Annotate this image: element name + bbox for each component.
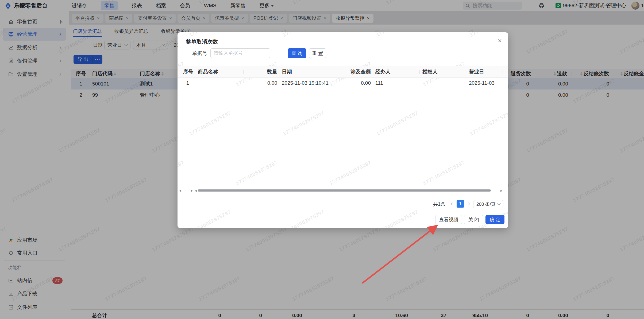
modal-search-button[interactable]: 查 询 bbox=[288, 48, 306, 58]
scroll-left-icon[interactable]: ◀ bbox=[179, 189, 181, 192]
pagination-next-icon[interactable]: › bbox=[468, 200, 470, 208]
mcol-date: 日期 bbox=[282, 66, 292, 77]
mcol-amount: 涉及金额 bbox=[344, 66, 371, 77]
modal-table-hscrollbar: ◀ ▶ ◀ ▶ bbox=[178, 188, 508, 193]
whole-order-cancel-modal: 1777400529752971777400529752971777400529… bbox=[178, 32, 508, 228]
modal-watermarks: 1777400529752971777400529752971777400529… bbox=[178, 32, 508, 228]
modal-confirm-button[interactable]: 确 定 bbox=[485, 215, 504, 224]
pagination-prev-icon[interactable]: ‹ bbox=[451, 200, 453, 208]
app-root: 乐檬零售后台 进销存 零售 报表 档案 会员 WMS 新零售 更多 bbox=[0, 0, 644, 319]
modal-table-header: 序号 商品名称 数量 日期 涉及金额 经办人 授权人 营业日 bbox=[178, 66, 508, 78]
pagination-page-1[interactable]: 1 bbox=[457, 200, 464, 208]
mcol-seq: 序号 bbox=[183, 66, 193, 77]
modal-title: 整单取消次数 bbox=[186, 38, 218, 45]
view-video-button[interactable]: 查看视频 bbox=[435, 215, 462, 224]
modal-reset-button[interactable]: 重 置 bbox=[309, 48, 326, 58]
chevron-down-icon bbox=[497, 202, 501, 205]
scroll-left-icon[interactable]: ◀ bbox=[195, 189, 197, 192]
doc-number-input[interactable] bbox=[210, 48, 270, 58]
modal-close-icon[interactable]: × bbox=[498, 37, 502, 44]
mcol-authorizer: 授权人 bbox=[422, 66, 438, 77]
modal-table-row[interactable]: 1 0.00 2025-11-03 19:10:41 0.00 111 2025… bbox=[178, 77, 508, 89]
mcol-product-name: 商品名称 bbox=[198, 66, 218, 77]
mcol-quantity: 数量 bbox=[250, 66, 277, 77]
pagination-total: 共1条 bbox=[433, 200, 445, 208]
modal-close-button[interactable]: 关 闭 bbox=[464, 215, 483, 224]
doc-number-label: 单据号 bbox=[192, 48, 207, 58]
scrollbar-thumb[interactable] bbox=[198, 189, 491, 192]
scroll-right-icon[interactable]: ▶ bbox=[500, 189, 503, 192]
mcol-business-date: 营业日 bbox=[469, 66, 484, 77]
mcol-operator: 经办人 bbox=[375, 66, 391, 77]
scroll-right-icon[interactable]: ▶ bbox=[191, 189, 193, 192]
page-size-select[interactable]: 200 条/页 bbox=[473, 200, 503, 208]
